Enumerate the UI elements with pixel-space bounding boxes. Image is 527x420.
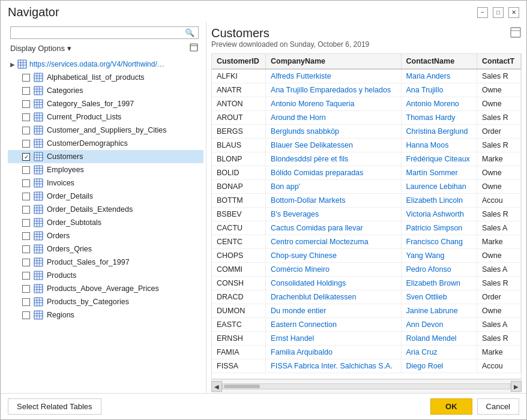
checkbox-order_details_ext[interactable] xyxy=(22,206,30,214)
svg-rect-17 xyxy=(34,100,43,108)
maximize-button[interactable]: □ xyxy=(493,7,504,18)
cell-contactt: Owne xyxy=(477,83,520,97)
checkbox-order_details[interactable] xyxy=(22,193,30,200)
cell-companyname: Bólido Comidas preparadas xyxy=(266,166,401,180)
tree-item-alphabetical[interactable]: Alphabetical_list_of_products xyxy=(8,71,203,84)
checkbox-categories[interactable] xyxy=(22,87,30,95)
cell-contactt: Order xyxy=(477,125,520,139)
svg-rect-72 xyxy=(34,245,43,253)
preview-edit-icon[interactable] xyxy=(510,26,522,41)
tree-item-label-order_subtotals: Order_Subtotals xyxy=(47,218,101,227)
search-icon: 🔍 xyxy=(185,28,194,37)
tree-item-orders_qries[interactable]: Orders_Qries xyxy=(8,242,203,256)
checkbox-invoices[interactable] xyxy=(22,179,30,187)
cell-companyname: Centro comercial Moctezuma xyxy=(266,235,401,249)
cell-contactname: Victoria Ashworth xyxy=(401,208,477,221)
close-button[interactable]: ✕ xyxy=(508,7,519,18)
tree-items-container: Alphabetical_list_of_products Categories… xyxy=(8,71,203,322)
scroll-right-button[interactable]: ▶ xyxy=(511,381,522,392)
tree-item-order_subtotals[interactable]: Order_Subtotals xyxy=(8,216,203,229)
tree-item-product_sales[interactable]: Product_Sales_for_1997 xyxy=(8,256,203,269)
checkbox-products_above[interactable] xyxy=(22,285,30,293)
cancel-button[interactable]: Cancel xyxy=(477,398,519,415)
search-input[interactable] xyxy=(14,28,185,37)
horizontal-scrollbar[interactable]: ◀ ▶ xyxy=(211,379,522,393)
display-options-label: Display Options xyxy=(10,44,65,53)
tree-item-order_details[interactable]: Order_Details xyxy=(8,190,203,203)
tree-item-customer_demographics[interactable]: CustomerDemographics xyxy=(8,137,203,150)
cell-companyname: Cactus Comidas para llevar xyxy=(266,221,401,235)
tree-item-products_by_cat[interactable]: Products_by_Categories xyxy=(8,295,203,308)
cell-contactname: Francisco Chang xyxy=(401,235,477,249)
checkbox-customer_demographics[interactable] xyxy=(22,140,30,148)
table-icon-products xyxy=(34,271,43,280)
window-title: Navigator xyxy=(8,5,59,19)
table-row: ALFKIAlfreds FutterkisteMaria AndersSale… xyxy=(212,69,521,83)
checkbox-regions[interactable] xyxy=(22,311,30,319)
tree-item-label-orders_qries: Orders_Qries xyxy=(47,245,92,253)
table-row: BOTTMBottom-Dollar MarketsElizabeth Linc… xyxy=(212,194,521,208)
checkbox-employees[interactable] xyxy=(22,166,30,174)
col-header-contactt: ContactT xyxy=(477,54,520,69)
tree-item-customers[interactable]: ✓ Customers xyxy=(8,150,203,163)
checkbox-orders[interactable] xyxy=(22,232,30,240)
checkbox-order_subtotals[interactable] xyxy=(22,219,30,227)
checkbox-category_sales[interactable] xyxy=(22,100,30,108)
svg-rect-0 xyxy=(190,44,197,51)
tree-item-employees[interactable]: Employees xyxy=(8,163,203,176)
svg-rect-2 xyxy=(18,60,26,68)
svg-rect-7 xyxy=(34,73,43,82)
tree-item-products[interactable]: Products xyxy=(8,269,203,282)
cell-customerid: BOTTM xyxy=(212,194,266,208)
scroll-left-button[interactable]: ◀ xyxy=(211,381,222,392)
table-icon-products_above xyxy=(34,284,43,293)
tree-item-regions[interactable]: Regions xyxy=(8,308,203,322)
cell-contactt: Owne xyxy=(477,97,520,111)
svg-rect-27 xyxy=(34,126,43,134)
tree-item-label-products_by_cat: Products_by_Categories xyxy=(47,298,129,306)
data-table-container[interactable]: CustomerIDCompanyNameContactNameContactT… xyxy=(211,53,522,379)
display-options-button[interactable]: Display Options ▾ xyxy=(10,44,71,53)
cell-contactt: Owne xyxy=(477,304,520,318)
cell-customerid: BOLID xyxy=(212,166,266,180)
preview-subtitle: Preview downloaded on Sunday, October 6,… xyxy=(211,40,369,49)
tree-item-current_product[interactable]: Current_Product_Lists xyxy=(8,110,203,124)
cell-companyname: Consolidated Holdings xyxy=(266,277,401,290)
scroll-track[interactable] xyxy=(222,383,511,389)
checkbox-customers[interactable]: ✓ xyxy=(22,153,30,161)
cell-customerid: BLONP xyxy=(212,152,266,166)
tree-item-order_details_ext[interactable]: Order_Details_Extendeds xyxy=(8,203,203,216)
cell-contactname: Ann Devon xyxy=(401,318,477,332)
checkbox-current_product[interactable] xyxy=(22,113,30,121)
cell-contactt: Sales R xyxy=(477,332,520,346)
tree-item-invoices[interactable]: Invoices xyxy=(8,176,203,190)
edit-icon[interactable] xyxy=(189,43,199,54)
checkbox-products_by_cat[interactable] xyxy=(22,298,30,306)
svg-rect-12 xyxy=(34,86,43,95)
checkbox-products[interactable] xyxy=(22,272,30,280)
checkbox-product_sales[interactable] xyxy=(22,259,30,266)
checkbox-orders_qries[interactable] xyxy=(22,245,30,253)
table-icon-orders_qries xyxy=(34,244,43,254)
ok-button[interactable]: OK xyxy=(430,398,472,415)
cell-contactname: Frédérique Citeaux xyxy=(401,152,477,166)
tree-item-categories[interactable]: Categories xyxy=(8,84,203,97)
main-content: 🔍 Display Options ▾ ▶ xyxy=(1,22,526,393)
tree-root-node[interactable]: ▶ https://services.odata.org/V4/Northwin… xyxy=(8,58,203,71)
table-row: ANATRAna Trujillo Emparedados y heladosA… xyxy=(212,83,521,97)
cell-companyname: Ernst Handel xyxy=(266,332,401,346)
tree-item-category_sales[interactable]: Category_Sales_for_1997 xyxy=(8,97,203,110)
checkbox-customer_suppliers[interactable] xyxy=(22,127,30,134)
preview-title: Customers xyxy=(211,26,369,40)
table-row: DUMONDu monde entierJanine LabruneOwne xyxy=(212,304,521,318)
tree-item-orders[interactable]: Orders xyxy=(8,229,203,242)
tree-area[interactable]: ▶ https://services.odata.org/V4/Northwin… xyxy=(5,58,203,393)
minimize-button[interactable]: − xyxy=(477,7,488,18)
select-related-tables-button[interactable]: Select Related Tables xyxy=(8,398,101,415)
tree-item-products_above[interactable]: Products_Above_Average_Prices xyxy=(8,282,203,295)
scroll-thumb[interactable] xyxy=(224,385,260,388)
table-icon-order_details xyxy=(34,191,43,201)
checkbox-alphabetical[interactable] xyxy=(22,74,30,82)
cell-companyname: Blondesddsl père et fils xyxy=(266,152,401,166)
tree-item-customer_suppliers[interactable]: Customer_and_Suppliers_by_Cities xyxy=(8,124,203,137)
